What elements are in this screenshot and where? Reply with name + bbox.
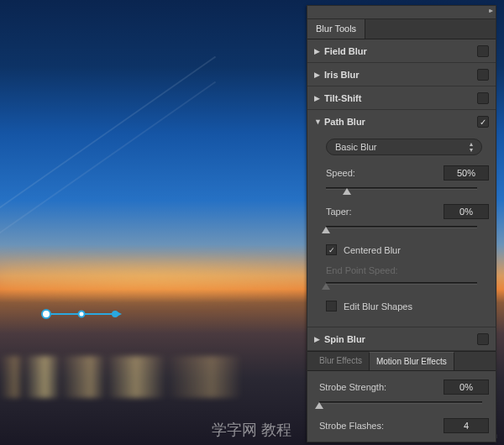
edit-shapes-checkbox[interactable] (326, 301, 337, 312)
chevron-right-icon: ▶ (314, 47, 324, 55)
select-arrows-icon: ▴▾ (470, 141, 473, 153)
chevron-down-icon: ▼ (314, 118, 324, 126)
section-tilt-shift[interactable]: ▶ Tilt-Shift (307, 86, 496, 110)
strobe-strength-input[interactable]: 0% (444, 380, 489, 395)
section-iris-blur[interactable]: ▶ Iris Blur (307, 63, 496, 86)
taper-label: Taper: (326, 207, 352, 217)
chevron-right-icon: ▶ (314, 94, 324, 102)
strobe-flashes-param: Strobe Flashes: 4 (319, 418, 489, 433)
motion-effects-controls: Strobe Strength: 0% Strobe Flashes: 4 (307, 371, 496, 433)
section-path-blur[interactable]: ▼ Path Blur (307, 110, 496, 134)
tab-blur-tools[interactable]: Blur Tools (307, 19, 365, 39)
endpoint-speed-param: End Point Speed: (326, 265, 489, 291)
endpoint-speed-slider (326, 279, 477, 291)
endpoint-speed-label: End Point Speed: (326, 265, 398, 275)
iris-blur-label: Iris Blur (324, 70, 477, 80)
strobe-flashes-label: Strobe Flashes: (319, 421, 384, 431)
chevron-right-icon: ▶ (314, 71, 324, 79)
speed-input[interactable]: 50% (444, 165, 489, 181)
taper-slider[interactable] (326, 222, 477, 234)
panel-tabbar: Blur Tools (307, 19, 496, 39)
path-blur-mode-select[interactable]: Basic Blur ▴▾ (326, 139, 482, 155)
strobe-strength-label: Strobe Strength: (319, 382, 386, 392)
speed-label: Speed: (326, 168, 355, 178)
svg-point-2 (79, 312, 85, 317)
strobe-flashes-input[interactable]: 4 (444, 418, 489, 433)
centered-blur-label: Centered Blur (344, 245, 401, 255)
field-blur-checkbox[interactable] (477, 45, 489, 57)
strobe-strength-slider[interactable] (319, 398, 482, 410)
section-spin-blur[interactable]: ▶ Spin Blur (307, 327, 496, 351)
svg-point-4 (112, 311, 118, 317)
tilt-shift-checkbox[interactable] (477, 92, 489, 104)
centered-blur-row: Centered Blur (326, 244, 489, 255)
watermark-center: 学字网 教程 (212, 420, 291, 440)
strobe-strength-param: Strobe Strength: 0% (319, 380, 489, 410)
tilt-shift-label: Tilt-Shift (324, 93, 477, 103)
taper-param: Taper: 0% (326, 204, 489, 234)
path-blur-label: Path Blur (324, 117, 477, 127)
tab-motion-blur-effects[interactable]: Motion Blur Effects (369, 352, 454, 370)
section-field-blur[interactable]: ▶ Field Blur (307, 39, 496, 63)
spin-blur-label: Spin Blur (324, 334, 477, 344)
chevron-right-icon: ▶ (314, 335, 324, 343)
taper-input[interactable]: 0% (444, 204, 489, 219)
svg-point-1 (42, 310, 50, 318)
speed-slider[interactable] (326, 184, 477, 196)
select-value: Basic Blur (335, 142, 377, 152)
tab-blur-effects[interactable]: Blur Effects (312, 352, 369, 370)
blur-tools-panel: Blur Tools ▶ Field Blur ▶ Iris Blur ▶ Ti… (307, 5, 496, 442)
field-blur-label: Field Blur (324, 46, 477, 56)
edit-shapes-label: Edit Blur Shapes (344, 301, 412, 312)
effects-tabbar: Blur Effects Motion Blur Effects (307, 351, 496, 371)
path-blur-checkbox[interactable] (477, 116, 489, 128)
spin-blur-checkbox[interactable] (477, 333, 489, 345)
edit-shapes-row: Edit Blur Shapes (326, 301, 489, 312)
path-blur-controls: Basic Blur ▴▾ Speed: 50% Taper: 0% (307, 134, 496, 327)
speed-param: Speed: 50% (326, 165, 489, 196)
iris-blur-checkbox[interactable] (477, 69, 489, 81)
path-blur-handle[interactable] (41, 307, 125, 322)
centered-blur-checkbox[interactable] (326, 244, 337, 255)
panel-collapse-button[interactable] (307, 6, 496, 19)
